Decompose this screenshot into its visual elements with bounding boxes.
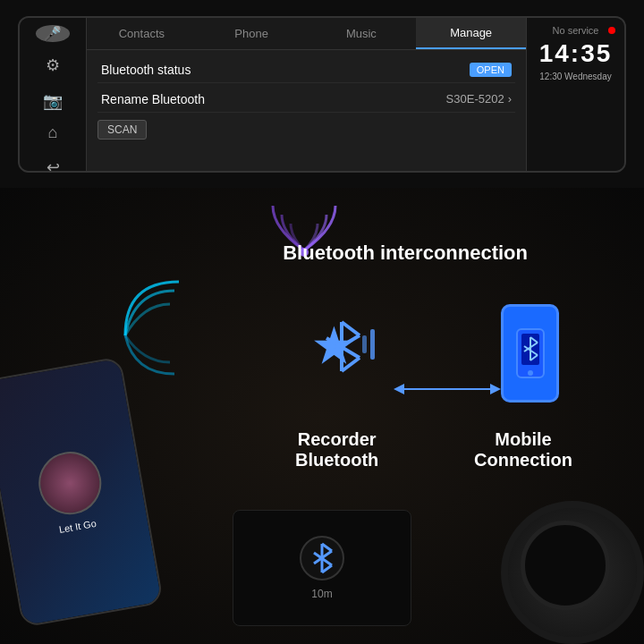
camera-icon[interactable]: 📷 xyxy=(40,89,65,114)
svg-marker-10 xyxy=(394,384,404,394)
svg-rect-3 xyxy=(370,329,375,360)
tab-music[interactable]: Music xyxy=(307,18,417,49)
car-unit: 10m xyxy=(233,510,411,626)
song-title: Let It Go xyxy=(58,518,97,535)
no-service-label: No service xyxy=(553,25,599,36)
svg-line-7 xyxy=(342,358,360,371)
car-display-unit: 🎤 ⚙ 📷 ⌂ ↩ Contacts Phone Music Manage xyxy=(0,0,644,188)
bluetooth-info-section: Bluetooth interconnection ★ xyxy=(0,188,644,644)
rename-value: S30E-5202 › xyxy=(446,92,512,106)
display-screen: 🎤 ⚙ 📷 ⌂ ↩ Contacts Phone Music Manage xyxy=(18,16,626,173)
mobile-text: MobileConnection xyxy=(474,429,572,470)
recorder-text: RecorderBluetooth xyxy=(295,429,378,470)
cyan-waves-left xyxy=(116,277,233,397)
tab-manage[interactable]: Manage xyxy=(416,18,526,49)
settings-icon[interactable]: ⚙ xyxy=(40,53,65,78)
nav-tabs: Contacts Phone Music Manage xyxy=(87,18,526,50)
connection-arrow xyxy=(394,380,501,402)
steering-wheel xyxy=(501,501,644,644)
bluetooth-interconnect-title: Bluetooth interconnection xyxy=(283,242,528,265)
display-sidebar: 🎤 ⚙ 📷 ⌂ ↩ xyxy=(20,18,87,171)
chevron-right-icon: › xyxy=(508,92,512,106)
svg-point-19 xyxy=(528,370,533,376)
rename-bluetooth-label: Rename Bluetooth xyxy=(101,92,205,106)
scan-button[interactable]: SCAN xyxy=(97,120,147,140)
tab-contacts[interactable]: Contacts xyxy=(87,18,197,49)
mobile-phone-icon xyxy=(501,304,559,402)
recording-indicator xyxy=(608,27,615,34)
album-art xyxy=(34,447,106,520)
bluetooth-status-row[interactable]: Bluetooth status OPEN xyxy=(97,57,515,83)
recorder-bluetooth-label: RecorderBluetooth xyxy=(295,429,378,470)
display-main: Contacts Phone Music Manage Bluetooth st… xyxy=(87,18,526,171)
home-icon[interactable]: ⌂ xyxy=(40,121,65,146)
bt-symbol-large xyxy=(318,318,367,379)
svg-line-5 xyxy=(342,322,360,335)
rename-bluetooth-row[interactable]: Rename Bluetooth S30E-5202 › xyxy=(97,87,515,113)
svg-marker-11 xyxy=(490,384,501,394)
distance-label: 10m xyxy=(311,588,332,600)
date-display: 12:30 Wednesday xyxy=(539,72,611,81)
svg-line-21 xyxy=(322,544,332,551)
mobile-connection-label: MobileConnection xyxy=(474,429,572,470)
content-area: Bluetooth status OPEN Rename Bluetooth S… xyxy=(87,50,526,171)
display-right-panel: No service 14:35 12:30 Wednesday xyxy=(526,18,624,171)
bluetooth-status-label: Bluetooth status xyxy=(101,63,191,77)
time-display: 14:35 xyxy=(539,41,613,66)
mic-button[interactable]: 🎤 xyxy=(36,25,70,42)
steering-wheel-inner xyxy=(521,521,610,610)
tab-phone[interactable]: Phone xyxy=(197,18,307,49)
svg-line-23 xyxy=(322,565,332,572)
back-icon[interactable]: ↩ xyxy=(40,155,65,173)
car-bluetooth-icon xyxy=(300,536,344,580)
open-badge: OPEN xyxy=(470,63,512,77)
